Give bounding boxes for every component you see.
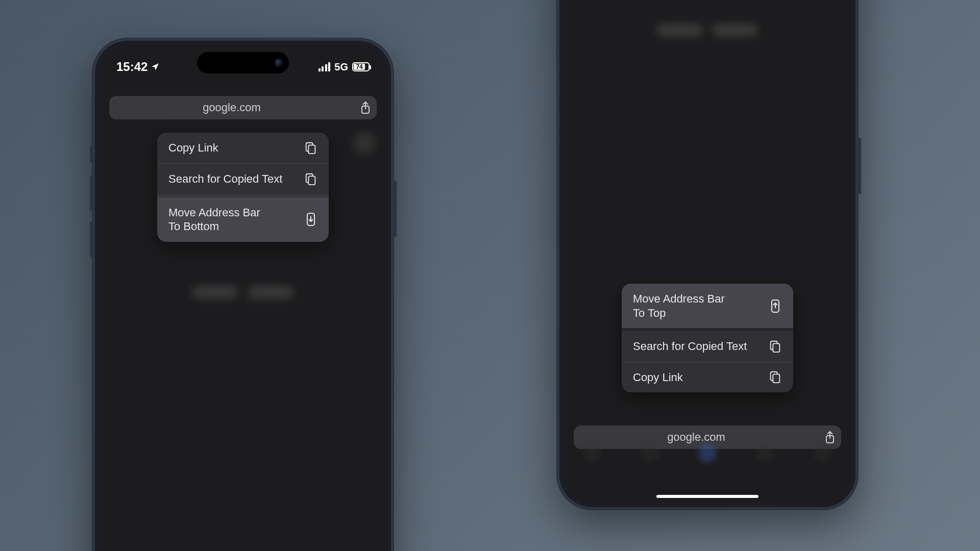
menu-item-move-address-bar-bottom[interactable]: Move Address Bar To Bottom	[157, 194, 329, 242]
mute-switch	[90, 145, 92, 163]
share-icon	[359, 101, 372, 115]
address-bar[interactable]: google.com	[109, 96, 377, 119]
clipboard-search-icon	[769, 340, 782, 353]
toolbar-blurred	[564, 439, 851, 467]
cellular-signal-icon	[318, 62, 331, 71]
copy-doc-icon	[769, 370, 782, 384]
network-type: 5G	[334, 61, 348, 73]
phone-arrow-down-icon	[304, 213, 317, 226]
menu-item-copy-link[interactable]: Copy Link	[157, 133, 329, 163]
menu-item-label: Copy Link	[633, 370, 683, 385]
menu-item-search-copied-text[interactable]: Search for Copied Text	[157, 163, 329, 194]
blurred-background-element	[353, 132, 376, 154]
phone-right-screen: Move Address Bar To Top Search for Copie…	[564, 0, 851, 503]
address-bar-context-menu: Copy Link Search for Copied Text Move Ad…	[157, 133, 329, 242]
menu-item-label: Search for Copied Text	[633, 339, 747, 354]
status-bar: 15:42 5G 74	[99, 54, 387, 80]
power-button	[859, 138, 861, 194]
phone-left-screen: 15:42 5G 74 google.com	[99, 45, 387, 551]
phone-right-frame: Move Address Bar To Top Search for Copie…	[556, 0, 859, 510]
menu-item-label: Move Address Bar To Top	[633, 292, 725, 320]
phone-left-frame: 15:42 5G 74 google.com	[92, 38, 394, 551]
clipboard-search-icon	[304, 172, 317, 186]
menu-item-search-copied-text[interactable]: Search for Copied Text	[622, 328, 793, 362]
location-icon	[151, 62, 160, 71]
menu-item-label: Search for Copied Text	[168, 172, 282, 186]
battery-icon: 74	[352, 62, 370, 71]
battery-percent: 74	[354, 64, 365, 70]
menu-item-label: Copy Link	[168, 141, 218, 155]
phone-arrow-up-icon	[769, 299, 782, 313]
address-bar-context-menu: Move Address Bar To Top Search for Copie…	[622, 284, 793, 392]
power-button	[394, 181, 397, 237]
menu-item-label: Move Address Bar To Bottom	[168, 206, 260, 234]
blurred-background-logo	[657, 23, 758, 37]
status-time: 15:42	[116, 60, 148, 74]
share-button[interactable]	[354, 96, 377, 119]
volume-up-button	[90, 176, 92, 211]
blurred-background-logo	[192, 286, 293, 299]
address-bar-url: google.com	[109, 101, 354, 114]
home-indicator[interactable]	[656, 495, 758, 498]
menu-item-copy-link[interactable]: Copy Link	[622, 362, 793, 393]
menu-item-move-address-bar-top[interactable]: Move Address Bar To Top	[622, 284, 793, 328]
volume-down-button	[90, 221, 92, 257]
copy-doc-icon	[304, 141, 317, 155]
